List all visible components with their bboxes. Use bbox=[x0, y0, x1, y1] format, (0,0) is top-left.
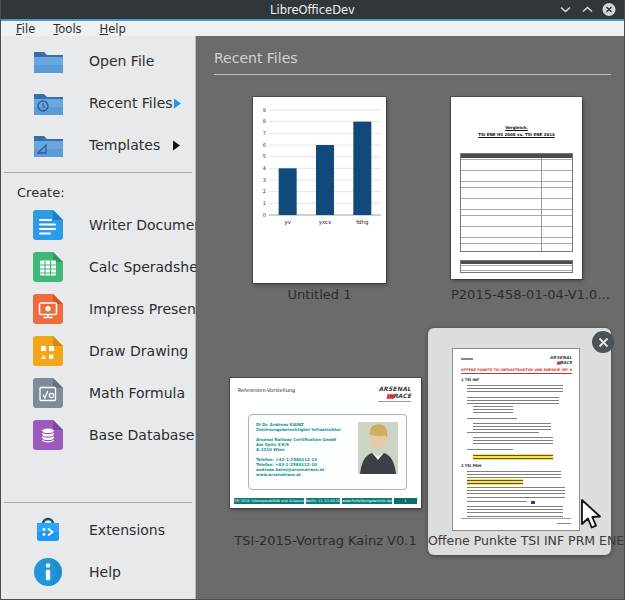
flag-icon bbox=[531, 501, 535, 504]
base-database-icon bbox=[31, 420, 65, 450]
calc-spreadsheet-icon bbox=[31, 252, 65, 282]
sidebar-item-writer-document[interactable]: Writer Document bbox=[1, 204, 195, 246]
sidebar-item-label: Math Formula bbox=[89, 385, 185, 401]
mini-bar-chart: 0123456789yvyxcvfdhg bbox=[253, 97, 386, 247]
yellow-highlight bbox=[467, 479, 523, 485]
sidebar-separator bbox=[4, 502, 192, 503]
sidebar-item-impress-presentation[interactable]: Impress Presentation bbox=[1, 288, 195, 330]
sidebar-item-templates[interactable]: Templates bbox=[1, 124, 195, 166]
sidebar-item-label: Calc Speradsheet bbox=[89, 259, 212, 275]
sidebar-item-label: Draw Drawing bbox=[89, 343, 188, 359]
extensions-icon bbox=[31, 515, 65, 545]
header-rule bbox=[214, 74, 611, 75]
recent-files-panel: Recent Files 0123456789yvyxcvfdhg Untitl… bbox=[196, 36, 624, 599]
remove-recent-file-button[interactable] bbox=[592, 331, 614, 353]
folder-templates-icon bbox=[31, 133, 65, 158]
maximize-button[interactable] bbox=[580, 3, 594, 17]
svg-text:3: 3 bbox=[263, 177, 266, 183]
svg-text:4: 4 bbox=[263, 165, 266, 171]
doc-section-2: 2 TSI PRM bbox=[461, 464, 481, 468]
recent-file-thumbnail-offene[interactable]: ARSENAL ▮▮▮RACE OFFENE PUNKTE TSI INFRAS… bbox=[453, 349, 579, 530]
recent-file-thumbnail-vortrag[interactable]: Referenten-Vorstellung ARSENAL ▮▮▮RACE D… bbox=[230, 378, 421, 508]
svg-text:0: 0 bbox=[263, 212, 266, 218]
sidebar-item-math-formula[interactable]: Math Formula bbox=[1, 372, 195, 414]
svg-text:5: 5 bbox=[263, 153, 266, 159]
recent-file-thumbnail-p2015[interactable]: Vergleich. TSI ENE HS 2008 vs. TSI ENE 2… bbox=[451, 97, 582, 279]
doc-title: OFFENE PUNKTE TSI INFRASTRUKTUR UND ENER… bbox=[461, 368, 572, 374]
svg-text:9: 9 bbox=[263, 107, 266, 113]
arsenal-race-logo: ARSENAL ▮▮▮RACE bbox=[378, 386, 411, 402]
svg-text:6: 6 bbox=[263, 142, 266, 148]
yellow-highlight bbox=[473, 454, 553, 460]
doc-table-skeleton bbox=[460, 153, 573, 251]
recent-file-label-p2015[interactable]: P2015-458-01-04-V1.0... bbox=[451, 287, 582, 302]
sidebar-item-base-database[interactable]: Base Database bbox=[1, 414, 195, 456]
recent-file-label-untitled[interactable]: Untitled 1 bbox=[253, 287, 386, 302]
contact-lines: DI Dr. Andreas KAINZZeichnungsberechtigt… bbox=[256, 422, 356, 477]
sidebar-item-label: Help bbox=[89, 564, 121, 580]
slide-title: Referenten-Vorstellung bbox=[238, 387, 295, 393]
recent-file-label-offene[interactable]: Offene Punkte TSI INF PRM ENE bbox=[428, 533, 611, 548]
speaker-photo bbox=[358, 422, 398, 474]
svg-text:2: 2 bbox=[263, 188, 266, 194]
sidebar-item-recent-files[interactable]: Recent Files bbox=[1, 82, 195, 124]
doc-section-1: 1 TSI INF bbox=[461, 378, 479, 382]
sidebar-item-open-file[interactable]: Open File bbox=[1, 40, 195, 82]
window-controls bbox=[546, 3, 624, 17]
sidebar-item-label: Extensions bbox=[89, 522, 165, 538]
contact-box: DI Dr. Andreas KAINZZeichnungsberechtigt… bbox=[248, 414, 407, 490]
recent-file-card-offene-punkte[interactable]: ARSENAL ▮▮▮RACE OFFENE PUNKTE TSI INFRAS… bbox=[428, 328, 611, 555]
sidebar-item-label: Open File bbox=[89, 53, 154, 69]
doc-date-skeleton bbox=[461, 358, 473, 360]
writer-document-icon bbox=[31, 210, 65, 240]
impress-presentation-icon bbox=[31, 294, 65, 324]
sidebar-item-calc-spreadsheet[interactable]: Calc Speradsheet bbox=[1, 246, 195, 288]
menu-tools[interactable]: Tools bbox=[44, 22, 90, 36]
doc-title: Vergleich. TSI ENE HS 2008 vs. TSI ENE 2… bbox=[459, 124, 574, 138]
chevron-right-icon-black bbox=[172, 140, 181, 151]
recent-file-label-vortrag[interactable]: TSI-2015-Vortrag Kainz V0.1 bbox=[230, 533, 421, 548]
folder-open-icon bbox=[31, 49, 65, 74]
svg-text:8: 8 bbox=[263, 118, 266, 124]
sidebar-item-draw-drawing[interactable]: Draw Drawing bbox=[1, 330, 195, 372]
doc-footer-rule bbox=[461, 518, 571, 519]
sidebar: Open File Recent Files bbox=[1, 36, 196, 599]
titlebar: LibreOfficeDev bbox=[1, 0, 624, 19]
doc-table2-skeleton bbox=[460, 260, 573, 273]
recent-file-thumbnail-untitled[interactable]: 0123456789yvyxcvfdhg bbox=[253, 97, 386, 283]
slide-footer: TSI 2016: Interoperabilität und Zulassun… bbox=[234, 498, 417, 504]
window-title: LibreOfficeDev bbox=[79, 3, 546, 17]
menu-help[interactable]: Help bbox=[91, 22, 135, 36]
arsenal-race-logo: ARSENAL ▮▮▮RACE bbox=[550, 356, 572, 365]
sidebar-item-extensions[interactable]: Extensions bbox=[1, 509, 195, 551]
svg-text:1: 1 bbox=[263, 200, 266, 206]
sidebar-item-label: Recent Files bbox=[89, 95, 173, 111]
svg-text:7: 7 bbox=[263, 130, 266, 136]
help-icon bbox=[31, 557, 65, 587]
sidebar-separator bbox=[4, 172, 192, 173]
sidebar-item-label: Writer Document bbox=[89, 217, 209, 233]
minimize-button[interactable] bbox=[558, 3, 572, 17]
sidebar-item-label: Templates bbox=[89, 137, 160, 153]
menubar: File Tools Help bbox=[1, 21, 624, 36]
recent-files-header: Recent Files bbox=[214, 50, 298, 66]
math-formula-icon bbox=[31, 378, 65, 408]
sidebar-item-help[interactable]: Help bbox=[1, 551, 195, 593]
doc-footer-skeleton bbox=[557, 523, 571, 524]
svg-text:yxcv: yxcv bbox=[319, 219, 332, 226]
sidebar-item-label: Base Database bbox=[89, 427, 194, 443]
menu-file[interactable]: File bbox=[7, 22, 44, 36]
svg-text:fdhg: fdhg bbox=[356, 219, 368, 226]
folder-recent-icon bbox=[31, 91, 65, 116]
create-section-label: Create: bbox=[1, 179, 195, 204]
draw-drawing-icon bbox=[31, 336, 65, 366]
svg-text:yv: yv bbox=[284, 219, 291, 226]
close-button[interactable] bbox=[602, 3, 616, 17]
chevron-right-icon-blue bbox=[173, 98, 182, 109]
sidebar-spacer bbox=[1, 456, 195, 496]
app-window: LibreOfficeDev File Tools Help bbox=[0, 0, 625, 600]
